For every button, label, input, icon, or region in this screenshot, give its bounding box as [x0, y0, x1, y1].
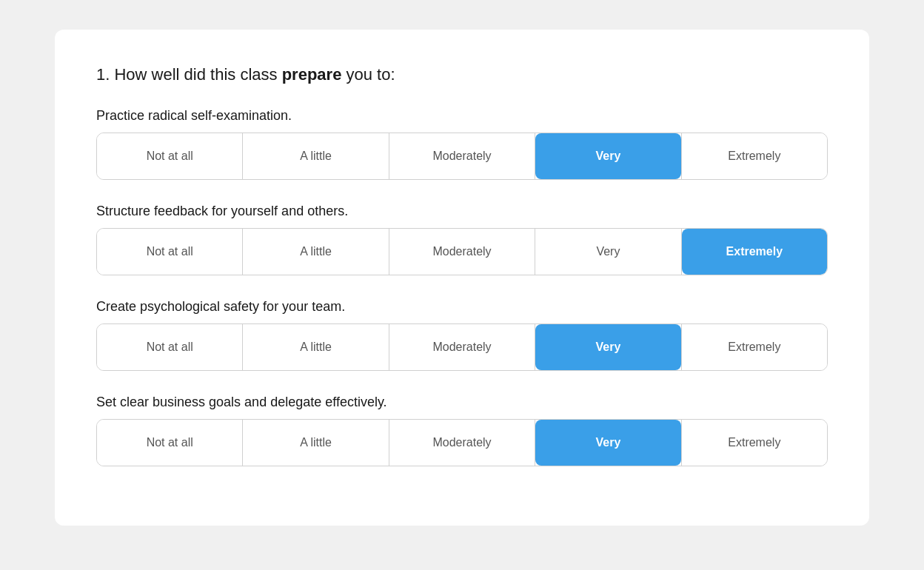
rating-option-1-extremely[interactable]: Extremely — [681, 133, 827, 179]
rating-option-2-not_at_all[interactable]: Not at all — [97, 229, 243, 275]
question-bold: prepare — [282, 65, 342, 84]
rating-row-3: Not at allA littleModeratelyVeryExtremel… — [96, 323, 828, 371]
sub-question-label-3: Create psychological safety for your tea… — [96, 299, 828, 315]
rating-option-1-very[interactable]: Very — [535, 133, 680, 179]
rating-option-2-very[interactable]: Very — [535, 229, 681, 275]
sub-question-label-4: Set clear business goals and delegate ef… — [96, 395, 828, 410]
rating-option-3-very[interactable]: Very — [535, 324, 680, 370]
question-suffix: you to: — [341, 65, 395, 84]
rating-option-1-not_at_all[interactable]: Not at all — [97, 133, 243, 179]
rating-option-3-not_at_all[interactable]: Not at all — [97, 324, 243, 370]
question-title: 1. How well did this class prepare you t… — [96, 65, 828, 84]
question-prefix: How well did this class — [114, 65, 281, 84]
sub-question-label-1: Practice radical self-examination. — [96, 108, 828, 124]
rating-option-2-extremely[interactable]: Extremely — [682, 229, 827, 275]
rating-row-1: Not at allA littleModeratelyVeryExtremel… — [96, 133, 828, 180]
sub-question-2: Structure feedback for yourself and othe… — [96, 204, 828, 275]
rating-option-2-moderately[interactable]: Moderately — [389, 229, 535, 275]
survey-container: 1. How well did this class prepare you t… — [55, 30, 869, 526]
rating-option-4-very[interactable]: Very — [535, 420, 680, 466]
rating-option-4-extremely[interactable]: Extremely — [681, 420, 827, 466]
sub-question-4: Set clear business goals and delegate ef… — [96, 395, 828, 466]
sub-question-1: Practice radical self-examination.Not at… — [96, 108, 828, 180]
rating-row-4: Not at allA littleModeratelyVeryExtremel… — [96, 419, 828, 466]
rating-option-3-moderately[interactable]: Moderately — [389, 324, 535, 370]
rating-option-3-extremely[interactable]: Extremely — [681, 324, 827, 370]
sub-question-label-2: Structure feedback for yourself and othe… — [96, 204, 828, 219]
rating-option-4-a_little[interactable]: A little — [243, 420, 389, 466]
question-number: 1. — [96, 65, 110, 84]
rating-option-3-a_little[interactable]: A little — [243, 324, 389, 370]
rating-option-2-a_little[interactable]: A little — [243, 229, 389, 275]
rating-row-2: Not at allA littleModeratelyVeryExtremel… — [96, 228, 828, 275]
rating-option-1-a_little[interactable]: A little — [243, 133, 389, 179]
rating-option-4-not_at_all[interactable]: Not at all — [97, 420, 243, 466]
sub-questions-container: Practice radical self-examination.Not at… — [96, 108, 828, 466]
sub-question-3: Create psychological safety for your tea… — [96, 299, 828, 371]
rating-option-4-moderately[interactable]: Moderately — [389, 420, 535, 466]
rating-option-1-moderately[interactable]: Moderately — [389, 133, 535, 179]
